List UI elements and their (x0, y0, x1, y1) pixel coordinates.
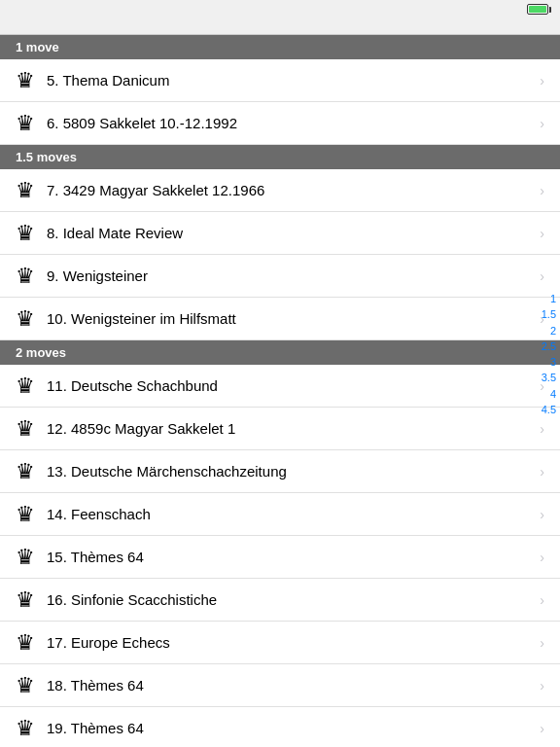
quick-index-item[interactable]: 2.5 (542, 339, 556, 353)
list-item[interactable]: ♛17. Europe Echecs› (0, 622, 560, 664)
puzzle-title: 17. Europe Echecs (47, 634, 532, 651)
battery-icon (527, 4, 548, 15)
chess-queen-icon: ♛ (16, 547, 35, 568)
list-item[interactable]: ♛12. 4859c Magyar Sakkelet 1› (0, 408, 560, 450)
quick-index-item[interactable]: 3.5 (542, 371, 556, 384)
chevron-right-icon: › (540, 635, 544, 651)
section-header-section-1.5moves: 1.5 moves (0, 145, 560, 169)
puzzle-title: 18. Thèmes 64 (47, 677, 532, 694)
status-bar (0, 0, 560, 18)
chess-queen-icon: ♛ (16, 632, 35, 654)
chevron-right-icon: › (540, 464, 544, 480)
puzzle-title: 9. Wenigsteiner (47, 267, 532, 284)
chevron-right-icon: › (540, 550, 544, 565)
chevron-right-icon: › (540, 592, 544, 608)
list-item[interactable]: ♛9. Wenigsteiner› (0, 255, 560, 298)
chess-queen-icon: ♛ (16, 308, 35, 330)
puzzle-title: 14. Feenschach (47, 506, 532, 522)
chess-queen-icon: ♛ (16, 418, 35, 440)
quick-index-item[interactable]: 3 (542, 355, 556, 369)
chess-queen-icon: ♛ (16, 375, 35, 397)
quick-index[interactable]: 11.522.533.544.5 (542, 292, 556, 416)
chevron-right-icon: › (540, 226, 544, 241)
section-header-section-2moves: 2 moves (0, 340, 560, 365)
section-header-section-1move: 1 move (0, 35, 560, 59)
list-item[interactable]: ♛13. Deutsche Märchenschachzeitung› (0, 450, 560, 493)
quick-index-item[interactable]: 1.5 (542, 307, 556, 321)
chevron-right-icon: › (540, 183, 544, 198)
chevron-right-icon: › (540, 721, 544, 736)
list-item[interactable]: ♛8. Ideal Mate Review› (0, 212, 560, 255)
list-item[interactable]: ♛19. Thèmes 64› (0, 707, 560, 747)
chevron-right-icon: › (540, 116, 544, 131)
puzzle-list: 1 move♛5. Thema Danicum›♛6. 5809 Sakkele… (0, 35, 560, 747)
chess-queen-icon: ♛ (16, 70, 35, 91)
chess-queen-icon: ♛ (16, 589, 35, 611)
list-item[interactable]: ♛14. Feenschach› (0, 493, 560, 536)
puzzle-title: 19. Thèmes 64 (47, 720, 532, 736)
quick-index-item[interactable]: 4 (542, 387, 556, 401)
chess-queen-icon: ♛ (16, 113, 35, 134)
chess-queen-icon: ♛ (16, 718, 35, 739)
puzzle-title: 6. 5809 Sakkelet 10.-12.1992 (47, 115, 532, 131)
chevron-right-icon: › (540, 268, 544, 284)
quick-index-item[interactable]: 1 (542, 292, 556, 305)
battery-area (523, 4, 548, 15)
list-item[interactable]: ♛6. 5809 Sakkelet 10.-12.1992› (0, 102, 560, 145)
puzzle-title: 15. Thèmes 64 (47, 549, 532, 565)
puzzle-title: 12. 4859c Magyar Sakkelet 1 (47, 420, 532, 437)
list-item[interactable]: ♛18. Thèmes 64› (0, 664, 560, 707)
chess-queen-icon: ♛ (16, 180, 35, 201)
quick-index-item[interactable]: 2 (542, 324, 556, 338)
chess-queen-icon: ♛ (16, 504, 35, 525)
list-item[interactable]: ♛7. 3429 Magyar Sakkelet 12.1966› (0, 169, 560, 212)
chevron-right-icon: › (540, 507, 544, 522)
chess-queen-icon: ♛ (16, 223, 35, 244)
chevron-right-icon: › (540, 73, 544, 89)
chess-queen-icon: ♛ (16, 461, 35, 482)
list-item[interactable]: ♛16. Sinfonie Scacchistiche› (0, 579, 560, 622)
chevron-right-icon: › (540, 678, 544, 694)
list-item[interactable]: ♛15. Thèmes 64› (0, 536, 560, 579)
nav-bar (0, 18, 560, 35)
chess-queen-icon: ♛ (16, 675, 35, 696)
list-item[interactable]: ♛5. Thema Danicum› (0, 59, 560, 102)
puzzle-title: 16. Sinfonie Scacchistiche (47, 591, 532, 608)
list-item[interactable]: ♛10. Wenigsteiner im Hilfsmatt› (0, 298, 560, 340)
puzzle-title: 7. 3429 Magyar Sakkelet 12.1966 (47, 182, 532, 198)
puzzle-title: 5. Thema Danicum (47, 72, 532, 89)
list-item[interactable]: ♛11. Deutsche Schachbund› (0, 365, 560, 408)
puzzle-title: 10. Wenigsteiner im Hilfsmatt (47, 310, 532, 327)
puzzle-title: 13. Deutsche Märchenschachzeitung (47, 463, 532, 480)
quick-index-item[interactable]: 4.5 (542, 403, 556, 416)
puzzle-title: 11. Deutsche Schachbund (47, 377, 532, 394)
chess-queen-icon: ♛ (16, 266, 35, 287)
puzzle-title: 8. Ideal Mate Review (47, 225, 532, 241)
chevron-right-icon: › (540, 421, 544, 437)
